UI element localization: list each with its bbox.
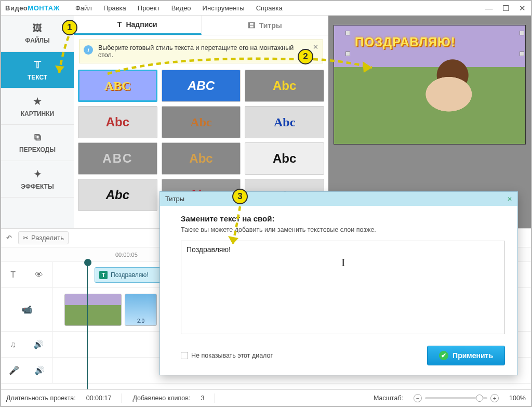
text-clip[interactable]: T Поздравляю!: [95, 267, 167, 283]
dialog-body: Замените текст на свой: Также вы можете …: [160, 206, 517, 375]
style-0[interactable]: ABC: [78, 70, 157, 102]
sidebar-item-text[interactable]: 𝕋 ТЕКСТ: [1, 52, 74, 88]
wand-icon: ✦: [34, 168, 42, 180]
resize-handle-tr[interactable]: [520, 31, 524, 35]
dialog-titlebar[interactable]: Титры ✕: [160, 192, 517, 206]
split-label: Разделить: [31, 234, 64, 242]
resize-handle-tl[interactable]: [345, 31, 350, 35]
style-3[interactable]: Abc: [78, 106, 157, 138]
style-4[interactable]: Abc: [162, 106, 241, 138]
menu-tools[interactable]: Инструменты: [203, 4, 245, 12]
video-clip-1[interactable]: [64, 294, 122, 326]
style-2[interactable]: Abc: [245, 70, 324, 102]
zoom-out-button[interactable]: −: [414, 394, 422, 402]
undo-icon[interactable]: ↶: [6, 234, 12, 242]
zoom-value: 100%: [509, 395, 526, 402]
menu-help[interactable]: Справка: [256, 4, 283, 12]
zoom-slider[interactable]: [425, 397, 487, 399]
style-1[interactable]: ABC: [162, 70, 241, 102]
mic-icon: 🎤: [9, 365, 19, 375]
sidebar-item-effects[interactable]: ✦ ЭФФЕКТЫ: [1, 161, 74, 198]
preview-frame[interactable]: ПОЗДРАВЛЯЮ!: [334, 25, 526, 145]
apply-button[interactable]: ✔ Применить: [427, 346, 505, 365]
zoom-label: Масштаб:: [374, 395, 403, 402]
dialog-close-icon[interactable]: ✕: [507, 195, 512, 203]
divider: [122, 393, 122, 403]
dont-show-checkbox[interactable]: Не показывать этот диалог: [181, 352, 273, 359]
video-clip-2[interactable]: 2.0: [125, 294, 157, 326]
annotation-badge-1: 1: [62, 20, 77, 35]
text-clip-icon: T: [99, 271, 108, 279]
zoom-slider-knob[interactable]: [476, 395, 483, 402]
resize-handle-br[interactable]: [520, 51, 524, 56]
apply-label: Применить: [453, 351, 493, 360]
style-9[interactable]: Abc: [78, 179, 157, 211]
playhead[interactable]: [87, 262, 88, 389]
tab-titles-label: Титры: [259, 21, 282, 30]
clips-value: 3: [201, 395, 204, 402]
split-button[interactable]: ✂ Разделить: [18, 231, 69, 244]
dialog-textarea[interactable]: [181, 241, 505, 334]
sidebar-label-effects: ЭФФЕКТЫ: [21, 183, 54, 190]
ruler-tick-0: 00:00:05: [115, 252, 138, 258]
menu-file[interactable]: Файл: [75, 4, 92, 12]
dialog-footer: Не показывать этот диалог ✔ Применить: [181, 346, 505, 365]
text-tabs: T Надписи 🎞 Титры: [74, 16, 328, 35]
tab-captions-label: Надписи: [126, 20, 157, 29]
menu-project[interactable]: Проект: [138, 4, 160, 12]
status-bar: Длительность проекта: 00:00:17 Добавлено…: [1, 389, 531, 406]
speaker-icon-2[interactable]: 🔊: [34, 365, 45, 375]
style-6[interactable]: ABC: [78, 142, 157, 175]
sidebar-label-files: ФАЙЛЫ: [25, 37, 49, 44]
text-icon: 𝕋: [34, 59, 41, 71]
camera-icon: 📹: [22, 305, 32, 314]
close-icon[interactable]: ✕: [517, 4, 527, 13]
speaker-icon[interactable]: 🔊: [33, 339, 44, 349]
tab-captions[interactable]: T Надписи: [74, 16, 202, 35]
duration-value: 00:00:17: [86, 395, 112, 402]
dialog-heading: Замените текст на свой:: [181, 214, 505, 223]
resize-handle-bl[interactable]: [345, 51, 350, 56]
t-icon: T: [117, 20, 122, 29]
duration-label: Длительность проекта:: [6, 395, 76, 402]
titles-dialog: Титры ✕ Замените текст на свой: Также вы…: [159, 191, 518, 375]
minimize-icon[interactable]: —: [484, 4, 494, 13]
maximize-icon[interactable]: ☐: [501, 4, 510, 13]
sidebar: 🖼 ФАЙЛЫ 𝕋 ТЕКСТ ★ КАРТИНКИ ⧉ ПЕРЕХОДЫ ✦ …: [1, 16, 74, 228]
sidebar-label-pictures: КАРТИНКИ: [21, 110, 54, 117]
style-5[interactable]: Abc: [245, 106, 324, 138]
annotation-badge-3: 3: [232, 189, 248, 204]
clip2-duration: 2.0: [137, 318, 144, 324]
star-icon: ★: [33, 96, 42, 107]
preview-overlay-text[interactable]: ПОЗДРАВЛЯЮ!: [355, 35, 522, 49]
track-text-head: T 👁: [1, 262, 53, 287]
app-window: ВидеоМОНТАЖ Файл Правка Проект Видео Инс…: [0, 0, 532, 407]
style-7[interactable]: Abc: [162, 142, 241, 175]
style-8[interactable]: Abc: [245, 142, 324, 175]
app-logo: ВидеоМОНТАЖ: [5, 4, 60, 12]
sidebar-item-pictures[interactable]: ★ КАРТИНКИ: [1, 88, 74, 125]
text-track-icon: T: [10, 270, 16, 280]
checkbox-icon[interactable]: [181, 352, 188, 359]
text-clip-label: Поздравляю!: [111, 271, 149, 279]
annotation-badge-2: 2: [298, 49, 313, 64]
hint-text: Выберите готовый стиль текста и перетащи…: [98, 44, 294, 59]
info-icon: i: [84, 45, 93, 55]
hint-close-icon[interactable]: ✕: [313, 43, 318, 51]
track-voice-head: 🎤 🔊: [1, 358, 53, 383]
window-controls: — ☐ ✕: [484, 4, 527, 13]
tab-titles[interactable]: 🎞 Титры: [202, 16, 329, 35]
menu-video[interactable]: Видео: [171, 4, 191, 12]
clips-label: Добавлено клипов:: [132, 395, 190, 402]
text-cursor-icon: I: [341, 256, 345, 269]
sidebar-item-transitions[interactable]: ⧉ ПЕРЕХОДЫ: [1, 125, 74, 161]
sidebar-label-text: ТЕКСТ: [28, 74, 47, 81]
dialog-title-text: Титры: [165, 195, 184, 203]
transition-icon: ⧉: [34, 132, 41, 143]
zoom-in-button[interactable]: +: [490, 394, 499, 402]
divider: [215, 393, 215, 403]
track-audio-head: ♫ 🔊: [1, 332, 53, 357]
menu-edit[interactable]: Правка: [103, 4, 126, 12]
eye-icon[interactable]: 👁: [35, 270, 43, 280]
sidebar-item-files[interactable]: 🖼 ФАЙЛЫ: [1, 16, 74, 52]
